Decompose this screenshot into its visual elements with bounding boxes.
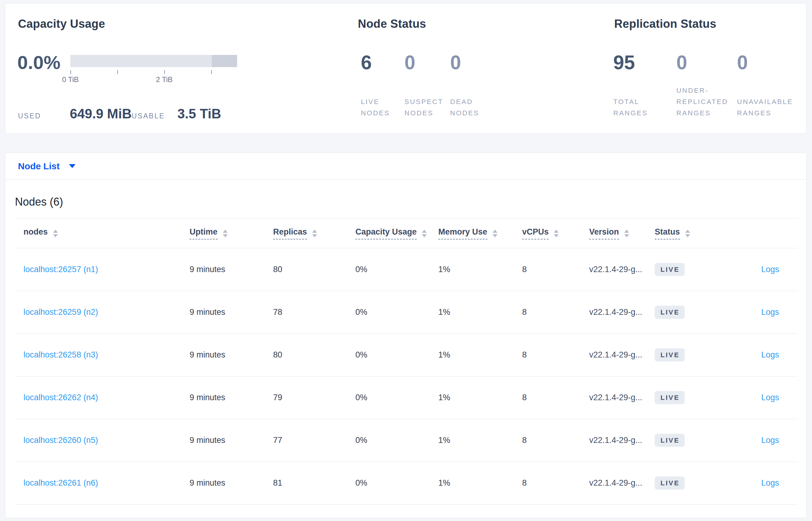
usable-value: 3.5 TiB — [177, 106, 221, 122]
axis-tick — [70, 70, 71, 74]
stat-label-line: SUSPECT — [404, 96, 443, 107]
column-header-label: Version — [589, 227, 619, 240]
replicas-cell: 80 — [273, 265, 355, 274]
status-badge: LIVE — [655, 348, 685, 361]
logs-link[interactable]: Logs — [761, 393, 779, 402]
node-link[interactable]: localhost:26262 (n4) — [23, 393, 98, 402]
stat-label-line: UNDER- — [676, 85, 728, 96]
uptime-cell: 9 minutes — [190, 393, 273, 402]
node-link[interactable]: localhost:26260 (n5) — [23, 436, 98, 445]
node-link[interactable]: localhost:26259 (n2) — [23, 308, 98, 317]
nodes-panel: Nodes (6) nodesUptimeReplicasCapacity Us… — [5, 179, 807, 518]
logs-link[interactable]: Logs — [761, 436, 779, 445]
stat-block: 95TOTALRANGES — [613, 50, 676, 119]
sort-down-icon — [53, 234, 58, 237]
node-status-stats: 6LIVENODES0SUSPECTNODES0DEADNODES — [361, 50, 499, 119]
version-cell: v22.1.4-29-g... — [589, 436, 655, 445]
sort-down-icon — [685, 234, 690, 237]
column-header-uptime[interactable]: Uptime — [190, 227, 273, 240]
replicas-cell: 81 — [273, 478, 355, 488]
version-cell: v22.1.4-29-g... — [589, 265, 655, 274]
axis-tick — [164, 70, 165, 74]
sort-arrows-icon — [554, 230, 559, 237]
logs-link[interactable]: Logs — [761, 308, 779, 317]
stat-value: 95 — [613, 50, 676, 75]
memory-cell: 1% — [438, 350, 522, 360]
used-label: USED — [18, 112, 41, 120]
node-link[interactable]: localhost:26257 (n1) — [23, 265, 98, 274]
status-cell: LIVE — [655, 476, 717, 490]
sort-arrows-icon — [223, 230, 228, 237]
column-header-status[interactable]: Status — [655, 227, 717, 240]
logs-link[interactable]: Logs — [761, 478, 779, 488]
logs-link[interactable]: Logs — [761, 265, 779, 274]
used-value: 649.9 MiB — [70, 106, 132, 122]
axis-tick — [117, 70, 118, 74]
capacity-usage-title: Capacity Usage — [18, 17, 105, 30]
node-link[interactable]: localhost:26258 (n3) — [23, 350, 98, 359]
version-cell: v22.1.4-29-g... — [589, 308, 655, 317]
stat-block: 6LIVENODES — [361, 50, 404, 119]
usable-label: USABLE — [132, 112, 165, 120]
replicas-cell: 78 — [273, 308, 355, 317]
capacity-bar-tick-labels: 0 TiB2 TiB — [70, 75, 237, 85]
node-status-title: Node Status — [358, 17, 426, 30]
column-header-vcpus[interactable]: vCPUs — [522, 227, 589, 240]
stat-value: 0 — [450, 50, 499, 75]
node-cell: localhost:26258 (n3) — [15, 350, 190, 360]
stat-block: 0SUSPECTNODES — [404, 50, 450, 119]
node-link[interactable]: localhost:26261 (n6) — [23, 478, 98, 488]
logs-cell: Logs — [761, 393, 798, 402]
status-cell: LIVE — [655, 391, 717, 404]
stat-label-line: TOTAL — [613, 96, 648, 107]
sort-arrows-icon — [685, 230, 690, 237]
sort-up-icon — [493, 230, 497, 233]
stat-value: 0 — [676, 50, 737, 75]
column-header-label: Memory Use — [438, 227, 487, 240]
status-badge: LIVE — [655, 476, 685, 490]
sort-up-icon — [624, 230, 629, 233]
stat-block: 0UNAVAILABLERANGES — [737, 50, 804, 119]
stat-label: UNDER-REPLICATEDRANGES — [676, 85, 728, 119]
stat-label-line: NODES — [450, 107, 479, 119]
sort-down-icon — [493, 234, 497, 237]
replicas-cell: 79 — [273, 393, 355, 402]
column-header-memory-use[interactable]: Memory Use — [438, 227, 522, 240]
table-row: localhost:26262 (n4)9 minutes790%1%8v22.… — [15, 377, 798, 419]
logs-cell: Logs — [761, 436, 798, 445]
cluster-overview-page: Capacity Usage 0.0% 0 TiB2 TiB USED 649.… — [0, 0, 812, 521]
capacity-cell: 0% — [355, 308, 438, 317]
column-header-label: nodes — [23, 227, 48, 240]
sort-arrows-icon — [624, 230, 629, 237]
column-header-nodes[interactable]: nodes — [15, 227, 190, 240]
logs-link[interactable]: Logs — [761, 350, 779, 359]
sort-up-icon — [53, 230, 58, 233]
stat-label: LIVENODES — [361, 96, 390, 119]
capacity-bar-segment-usable — [70, 55, 212, 67]
nodes-table: nodesUptimeReplicasCapacity UsageMemory … — [15, 219, 798, 504]
sort-up-icon — [554, 230, 559, 233]
status-cell: LIVE — [655, 263, 717, 276]
memory-cell: 1% — [438, 436, 522, 445]
vcpus-cell: 8 — [522, 265, 589, 274]
sort-arrows-icon — [493, 230, 497, 237]
chevron-down-icon — [69, 164, 76, 168]
status-badge: LIVE — [655, 391, 685, 404]
stat-label-line: REPLICATED — [676, 96, 728, 107]
sort-arrows-icon — [312, 230, 317, 237]
column-header-capacity-usage[interactable]: Capacity Usage — [355, 227, 438, 240]
memory-cell: 1% — [438, 478, 522, 488]
view-selector-bar: Node List — [5, 153, 807, 180]
node-cell: localhost:26262 (n4) — [15, 393, 190, 402]
node-list-dropdown[interactable]: Node List — [18, 161, 76, 172]
stat-label-line: RANGES — [676, 107, 728, 119]
table-row: localhost:26261 (n6)9 minutes810%1%8v22.… — [15, 462, 798, 504]
column-header-replicas[interactable]: Replicas — [273, 227, 355, 240]
stat-label-line: RANGES — [613, 107, 648, 119]
stat-label-line: DEAD — [450, 96, 479, 107]
version-cell: v22.1.4-29-g... — [589, 350, 655, 360]
stat-label-line: RANGES — [737, 107, 793, 119]
column-header-label: Replicas — [273, 227, 307, 240]
stat-label: DEADNODES — [450, 96, 479, 119]
column-header-version[interactable]: Version — [589, 227, 655, 240]
